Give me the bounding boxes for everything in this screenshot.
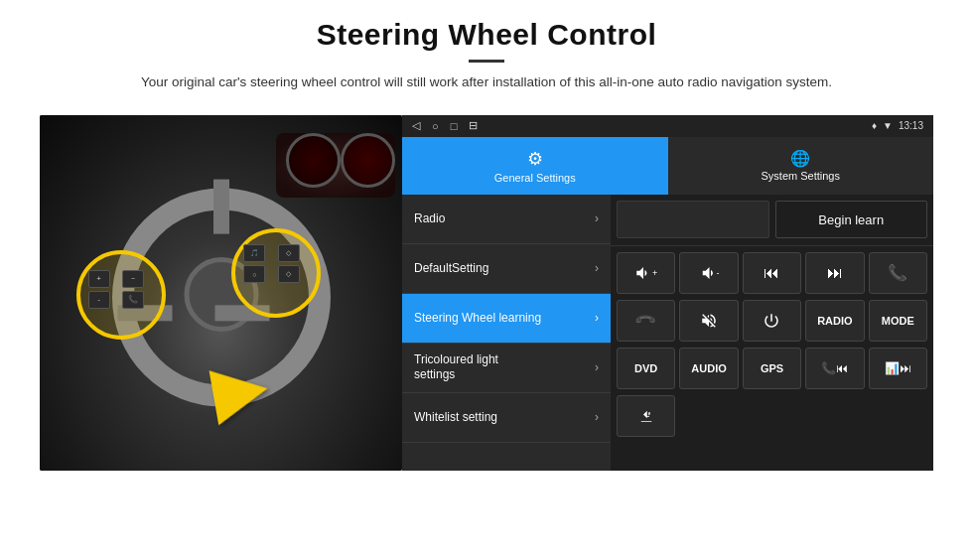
menu-item-defaultsetting-arrow: › (595, 261, 599, 275)
title-divider (469, 60, 504, 63)
radio-label: RADIO (817, 315, 852, 327)
general-settings-icon: ⚙ (527, 148, 543, 170)
recents-icon[interactable]: □ (451, 120, 458, 132)
audio-button[interactable]: AUDIO (679, 348, 738, 389)
menu-item-tricoloured-label: Tricoloured lightsettings (414, 352, 498, 383)
dvd-label: DVD (634, 362, 657, 374)
button-grid-row2: 📞 RADIO MODE (611, 300, 933, 348)
nav-icons: ◁ ○ □ ⊟ (412, 119, 478, 132)
right-panel: Begin learn + - ⏮ (611, 195, 933, 471)
menu-item-tricoloured[interactable]: Tricoloured lightsettings › (402, 344, 611, 393)
top-row: Begin learn (611, 195, 933, 246)
menu-item-radio-label: Radio (414, 211, 445, 227)
system-tab-label: System Settings (762, 170, 840, 182)
menu-item-radio-arrow: › (595, 211, 599, 225)
settings-tabs: ⚙ General Settings 🌐 System Settings (402, 137, 933, 195)
arrow-indicator (209, 360, 273, 425)
vol-up-button[interactable]: + (617, 252, 675, 294)
phone-button[interactable]: 📞 (869, 252, 927, 294)
menu-item-defaultsetting[interactable]: DefaultSetting › (402, 244, 611, 294)
menu-item-radio[interactable]: Radio › (402, 195, 611, 244)
status-bar: ◁ ○ □ ⊟ ♦ ▼ 13:13 (402, 115, 933, 137)
mode-label: MODE (882, 315, 914, 327)
status-right: ♦ ▼ 13:13 (872, 120, 923, 131)
usb-button[interactable] (617, 395, 675, 437)
tab-system[interactable]: 🌐 System Settings (668, 137, 934, 195)
clock: 13:13 (899, 120, 923, 131)
subtitle: Your original car's steering wheel contr… (141, 72, 832, 93)
mode-button[interactable]: MODE (869, 300, 927, 342)
general-tab-label: General Settings (494, 172, 576, 184)
vol-down-button[interactable]: - (679, 252, 738, 294)
prev-button[interactable]: ⏮ (743, 252, 801, 294)
dvd-button[interactable]: DVD (617, 348, 675, 389)
system-settings-icon: 🌐 (790, 149, 810, 168)
gps-button[interactable]: GPS (743, 348, 801, 389)
radio-button[interactable]: RADIO (805, 300, 864, 342)
menu-item-whitelist-label: Whitelist setting (414, 410, 497, 426)
wifi-icon: ▼ (883, 120, 893, 131)
mute-button[interactable] (679, 300, 738, 342)
menu-item-defaultsetting-label: DefaultSetting (414, 261, 488, 277)
call-end-button[interactable]: 📞 (617, 300, 675, 342)
menu-icon[interactable]: ⊟ (469, 119, 478, 132)
next-button[interactable]: ⏭ (805, 252, 864, 294)
android-ui: ◁ ○ □ ⊟ ♦ ▼ 13:13 ⚙ General Settings (402, 115, 933, 471)
button-grid-row1: + - ⏮ ⏭ 📞 (611, 246, 933, 300)
settings-content: Radio › DefaultSetting › Steering Wheel … (402, 195, 933, 471)
page-title: Steering Wheel Control (141, 18, 832, 52)
home-icon[interactable]: ○ (432, 120, 439, 132)
menu-item-steering-arrow: › (595, 311, 599, 325)
back-icon[interactable]: ◁ (412, 119, 420, 132)
content-area: + ~ - 📞 🎵 ◇ ○ ◇ (40, 115, 933, 471)
menu-item-whitelist-arrow: › (595, 410, 599, 424)
location-icon: ♦ (872, 120, 877, 131)
next2-button[interactable]: 📊 ⏭ (869, 348, 927, 389)
begin-learn-button[interactable]: Begin learn (775, 201, 928, 238)
steering-wheel-image: + ~ - 📞 🎵 ◇ ○ ◇ (40, 115, 402, 471)
audio-label: AUDIO (691, 362, 726, 374)
power-button[interactable] (743, 300, 801, 342)
title-section: Steering Wheel Control Your original car… (141, 18, 832, 107)
empty-input-box (617, 201, 769, 238)
last-row (611, 395, 933, 443)
menu-item-steering-wheel[interactable]: Steering Wheel learning › (402, 294, 611, 344)
phone-prev-button[interactable]: 📞 ⏮ (805, 348, 864, 389)
highlight-circle-left: + ~ - 📞 (76, 250, 166, 340)
menu-item-steering-label: Steering Wheel learning (414, 311, 541, 327)
menu-item-whitelist[interactable]: Whitelist setting › (402, 393, 611, 443)
button-grid-row3: DVD AUDIO GPS 📞 ⏮ 📊 (611, 348, 933, 395)
gps-label: GPS (761, 362, 783, 374)
tab-general[interactable]: ⚙ General Settings (402, 137, 668, 195)
settings-menu: Radio › DefaultSetting › Steering Wheel … (402, 195, 611, 471)
menu-item-tricoloured-arrow: › (595, 360, 599, 374)
